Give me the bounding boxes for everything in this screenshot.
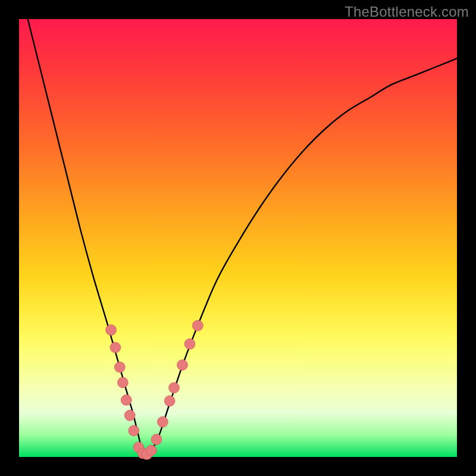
data-point [151, 434, 162, 445]
data-point [164, 396, 175, 406]
data-point [117, 377, 128, 388]
bottleneck-curve [28, 19, 457, 457]
chart-frame: TheBottleneck.com [0, 0, 476, 476]
data-point [169, 383, 180, 393]
data-point [146, 445, 156, 456]
data-point [124, 410, 135, 421]
chart-svg [19, 19, 457, 457]
data-point [129, 425, 139, 436]
data-point [192, 320, 203, 331]
data-point [177, 359, 188, 370]
data-point [184, 339, 195, 349]
data-point [121, 394, 131, 405]
data-point [157, 416, 168, 427]
data-point [114, 362, 125, 372]
data-point [106, 325, 117, 336]
plot-area [19, 19, 457, 457]
data-point [110, 342, 121, 353]
marker-group [106, 320, 203, 459]
watermark-text: TheBottleneck.com [345, 4, 469, 20]
